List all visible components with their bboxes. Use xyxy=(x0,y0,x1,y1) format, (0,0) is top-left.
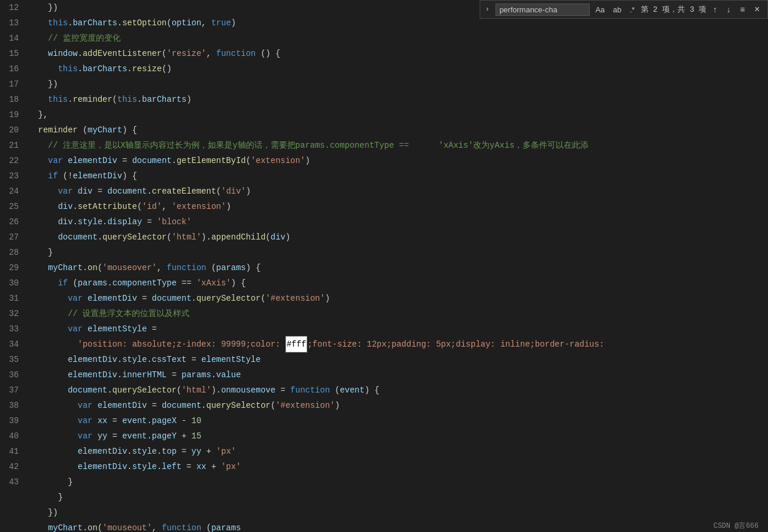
table-row: // 设置悬浮文本的位置以及样式 xyxy=(28,306,756,321)
table-row: div.style.display = 'block' xyxy=(28,214,756,230)
table-row: var elementDiv = document.getElementById… xyxy=(28,153,756,168)
table-row: } xyxy=(28,474,756,490)
table-row: elementDiv.innerHTML = params.value xyxy=(28,367,756,383)
table-row: window.addEventListener('resize', functi… xyxy=(28,46,756,61)
table-row: myChart.on('mouseout', function (params xyxy=(28,520,756,532)
find-input[interactable] xyxy=(496,4,590,16)
table-row: var xx = event.pageX - 10 xyxy=(28,413,756,428)
table-row: this.barCharts.resize() xyxy=(28,61,756,77)
find-bar: › Aa ab .* 第 2 项，共 3 项 ↑ ↓ ≡ × xyxy=(480,0,768,19)
table-row: reminder (myChart) { xyxy=(28,122,756,138)
code-area: 12 13 14 15 16 17 18 19 20 21 22 23 24 2… xyxy=(0,0,768,532)
table-row: if (params.componentType == 'xAxis') { xyxy=(28,275,756,291)
line-numbers: 12 13 14 15 16 17 18 19 20 21 22 23 24 2… xyxy=(0,0,28,532)
table-row: var elementDiv = document.querySelector(… xyxy=(28,291,756,306)
status-text: CSDN @言666 xyxy=(713,522,759,530)
find-regex-button[interactable]: .* xyxy=(627,4,637,15)
table-row: var div = document.createElement('div') xyxy=(28,184,756,199)
find-close-button[interactable]: × xyxy=(752,3,763,16)
find-next-button[interactable]: ↓ xyxy=(723,4,733,15)
table-row: }) xyxy=(28,505,756,520)
table-row: this.reminder(this.barCharts) xyxy=(28,92,756,107)
table-row: } xyxy=(28,490,756,505)
editor-container: › Aa ab .* 第 2 项，共 3 项 ↑ ↓ ≡ × 12 13 14 … xyxy=(0,0,768,532)
table-row: }, xyxy=(28,107,756,122)
find-match-count: 第 2 项，共 3 项 xyxy=(641,4,707,15)
table-row: var yy = event.pageY + 15 xyxy=(28,428,756,444)
table-row: // 监控宽度的变化 xyxy=(28,31,756,46)
table-row: document.querySelector('html').onmousemo… xyxy=(28,383,756,398)
find-prev-button[interactable]: ↑ xyxy=(710,4,720,15)
table-row: elementDiv.style.left = xx + 'px' xyxy=(28,459,756,474)
table-row: div.setAttribute('id', 'extension') xyxy=(28,199,756,214)
find-whole-word-button[interactable]: ab xyxy=(611,4,624,15)
table-row: }) xyxy=(28,77,756,92)
table-row: // 注意这里，是以X轴显示内容过长为例，如果是y轴的话，需要把params.c… xyxy=(28,138,756,153)
table-row: var elementDiv = document.querySelector(… xyxy=(28,398,756,413)
find-case-sensitive-button[interactable]: Aa xyxy=(593,4,607,15)
table-row: } xyxy=(28,245,756,260)
find-more-button[interactable]: ≡ xyxy=(737,4,747,15)
status-bar: CSDN @言666 xyxy=(704,520,768,532)
table-row: elementDiv.style.cssText = elementStyle xyxy=(28,352,756,367)
table-row: var elementStyle = xyxy=(28,321,756,337)
code-lines: }) this.barCharts.setOption(option, true… xyxy=(28,0,768,532)
table-row: elementDiv.style.top = yy + 'px' xyxy=(28,444,756,459)
table-row: 'position: absolute;z-index: 99999;color… xyxy=(28,337,756,352)
find-bar-chevron-icon: › xyxy=(485,5,489,14)
table-row: document.querySelector('html').appendChi… xyxy=(28,230,756,245)
table-row: if (!elementDiv) { xyxy=(28,168,756,184)
table-row: myChart.on('mouseover', function (params… xyxy=(28,260,756,275)
